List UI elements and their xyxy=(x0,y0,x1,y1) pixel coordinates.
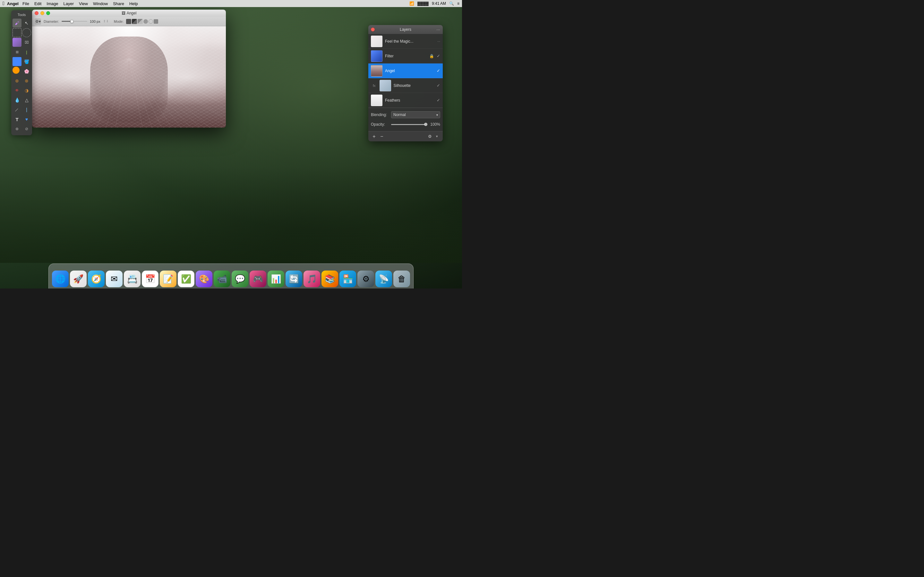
dropper-tool[interactable]: 💧 xyxy=(13,95,21,105)
dodge-burn-tool[interactable]: ◑ xyxy=(22,86,31,95)
layer-gear-button[interactable]: ⚙ xyxy=(427,133,433,140)
opacity-slider[interactable] xyxy=(391,124,426,125)
highlight-tool[interactable]: | xyxy=(22,105,31,114)
dock-ibooks[interactable]: 📚 xyxy=(321,271,338,287)
paint-bucket-tool[interactable]: 🪣 xyxy=(22,57,31,66)
dock-airdrop[interactable]: 📡 xyxy=(375,271,392,287)
dock-trash[interactable]: 🗑 xyxy=(393,271,410,287)
layer-feel-the-magic[interactable]: Feel the Magic... ··· xyxy=(368,34,443,49)
dock-calendar[interactable]: 📅 xyxy=(142,271,158,287)
dock-reminders[interactable]: ✅ xyxy=(178,271,194,287)
dock-migration[interactable]: 🔄 xyxy=(286,271,302,287)
dock-numbers[interactable]: 📊 xyxy=(268,271,284,287)
diameter-label: Diameter: xyxy=(44,19,59,23)
heart-tool[interactable]: ♥ xyxy=(22,115,31,124)
svg-line-14 xyxy=(129,58,223,103)
diameter-slider[interactable] xyxy=(61,21,87,22)
layer-fx-indicator: fx xyxy=(373,84,376,87)
apple-menu[interactable]:  xyxy=(3,1,5,6)
titlebar-controls xyxy=(35,11,50,15)
remove-layer-button[interactable]: − xyxy=(379,133,385,140)
dock-finder[interactable]: 🌐 xyxy=(52,271,69,287)
svg-line-15 xyxy=(129,58,221,90)
dock-messages[interactable]: 💬 xyxy=(232,271,248,287)
menu-share[interactable]: Share xyxy=(110,1,127,6)
color-fill-tool[interactable] xyxy=(13,67,19,74)
menu-view[interactable]: View xyxy=(76,1,90,6)
mode-lighten-btn[interactable] xyxy=(137,19,143,24)
canvas-area[interactable] xyxy=(32,26,226,127)
layer-filter-check[interactable]: ✓ xyxy=(437,53,440,58)
notification-center-icon[interactable]: ≡ xyxy=(457,1,459,6)
mode-darken-btn[interactable] xyxy=(132,19,137,24)
layer-filter-lock-icon: 🔒 xyxy=(429,54,434,58)
add-layer-button[interactable]: + xyxy=(371,133,377,140)
dock-game-center[interactable]: 🎮 xyxy=(250,271,266,287)
menu-window[interactable]: Window xyxy=(90,1,110,6)
layer-gear-chevron[interactable]: ▾ xyxy=(434,133,440,140)
diameter-slider-thumb xyxy=(70,20,73,23)
mode-label: Mode: xyxy=(114,19,124,23)
toolbar-settings-button[interactable]: ⚙▾ xyxy=(35,18,41,25)
dock-launchpad[interactable]: 🚀 xyxy=(70,271,87,287)
mode-circle-btn[interactable] xyxy=(144,19,148,24)
svg-line-6 xyxy=(35,58,129,103)
svg-line-20 xyxy=(129,58,152,127)
maximize-button[interactable] xyxy=(46,11,50,15)
menu-file[interactable]: File xyxy=(20,1,32,6)
menu-edit[interactable]: Edit xyxy=(32,1,44,6)
layer-feathers[interactable]: Feathers ✓ xyxy=(368,93,443,108)
line-tool[interactable]: | xyxy=(11,103,23,116)
text-tool[interactable]: T xyxy=(13,115,21,124)
paint-brush-tool[interactable]: 🖌 xyxy=(13,19,21,27)
triangle-tool[interactable]: △ xyxy=(22,95,31,105)
minimize-button[interactable] xyxy=(40,11,44,15)
close-button[interactable] xyxy=(35,11,39,15)
layer-filter[interactable]: Filter 🔒 ✓ xyxy=(368,49,443,63)
crop-tool[interactable]: ⌧ xyxy=(22,38,31,47)
layer-feathers-check[interactable]: ✓ xyxy=(437,98,440,103)
ellipse-select-tool[interactable] xyxy=(22,28,31,37)
layers-close-button[interactable] xyxy=(371,27,375,31)
mode-rect-btn[interactable] xyxy=(153,19,158,24)
layer-silhouette[interactable]: fx Silhouette ✓ xyxy=(368,78,443,93)
wifi-icon[interactable]: 📶 xyxy=(409,1,414,6)
stamp-tool[interactable]: ⊕ xyxy=(13,76,21,85)
svg-line-11 xyxy=(129,58,181,127)
layers-more-button[interactable]: ··· xyxy=(436,27,440,32)
menu-layer[interactable]: Layer xyxy=(61,1,76,6)
mode-outline-btn[interactable] xyxy=(149,19,153,24)
dock-app-store[interactable]: 🏪 xyxy=(339,271,356,287)
spotlight-icon[interactable]: 🔍 xyxy=(449,1,454,6)
heal-tool[interactable]: ⊗ xyxy=(22,76,31,85)
dock-itunes[interactable]: 🎵 xyxy=(304,271,320,287)
pencil-tool[interactable]: | xyxy=(22,47,31,56)
zoom-tool[interactable]: ⊕ xyxy=(13,124,21,133)
layer-silhouette-check[interactable]: ✓ xyxy=(437,83,440,88)
menu-image[interactable]: Image xyxy=(44,1,61,6)
dock-pixelmator[interactable]: 🎨 xyxy=(196,271,212,287)
layer-angel[interactable]: Angel ✓ xyxy=(368,63,443,78)
canvas-window: 🖼 Angel ⚙▾ Diameter: 100 px ⬆⬇ Mode: xyxy=(32,10,226,127)
opacity-label: Opacity: xyxy=(371,122,389,127)
dock-mail[interactable]: ✉ xyxy=(106,271,123,287)
dock-contacts[interactable]: 📇 xyxy=(124,271,141,287)
mode-normal-btn[interactable] xyxy=(126,19,131,24)
smudge-tool[interactable]: 🌸 xyxy=(22,67,31,76)
dock-facetime[interactable]: 📹 xyxy=(214,271,230,287)
pointer-tool[interactable]: ↖ xyxy=(22,19,31,27)
layer-feel-the-magic-more[interactable]: ··· xyxy=(437,39,440,43)
eye-tool[interactable]: 👁 xyxy=(13,86,21,95)
menu-help[interactable]: Help xyxy=(127,1,141,6)
dock-sys-preferences[interactable]: ⚙ xyxy=(357,271,374,287)
blending-select[interactable]: Normal ▾ xyxy=(391,111,440,118)
eraser-tool[interactable] xyxy=(13,57,21,66)
svg-line-9 xyxy=(129,58,200,127)
layer-angel-check[interactable]: ✓ xyxy=(437,68,440,73)
dock-notes[interactable]: 📝 xyxy=(160,271,176,287)
transform-tool[interactable]: ⊞ xyxy=(13,47,21,56)
eyedropper-tool[interactable]: ⊘ xyxy=(22,124,31,133)
rect-select-tool[interactable] xyxy=(13,28,21,37)
gradient-tool[interactable] xyxy=(13,38,21,47)
dock-safari[interactable]: 🧭 xyxy=(88,271,105,287)
